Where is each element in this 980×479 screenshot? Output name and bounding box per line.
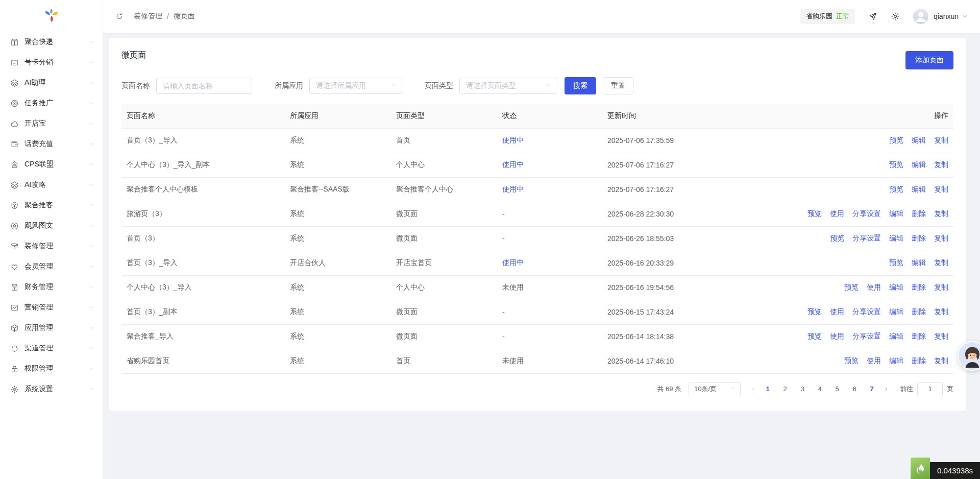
sidebar-item-paint-roller-10[interactable]: 装修管理 [0, 236, 103, 256]
action-use[interactable]: 使用 [830, 209, 844, 218]
action-preview[interactable]: 预览 [844, 356, 859, 365]
sidebar-item-finance-12[interactable]: 财务管理 [0, 277, 103, 297]
action-copy[interactable]: 复制 [934, 283, 948, 291]
action-copy[interactable]: 复制 [934, 234, 948, 242]
action-copy[interactable]: 复制 [934, 185, 948, 193]
chevron-down-icon[interactable] [962, 13, 968, 19]
action-preview[interactable]: 预览 [889, 136, 903, 144]
action-preview[interactable]: 预览 [844, 283, 859, 291]
page-number-1[interactable]: 1 [761, 382, 775, 396]
goto-page-input[interactable] [917, 382, 943, 396]
cell-type: 微页面 [391, 226, 497, 251]
action-preview[interactable]: 预览 [889, 258, 903, 267]
pagination: 共 69 条 10条/页 1234567 前往 页 [121, 382, 953, 396]
action-use[interactable]: 使用 [830, 332, 844, 340]
action-share-settings[interactable]: 分享设置 [852, 209, 881, 218]
action-preview[interactable]: 预览 [807, 307, 822, 316]
page-number-2[interactable]: 2 [778, 382, 792, 396]
page-number-3[interactable]: 3 [795, 382, 810, 396]
action-preview[interactable]: 预览 [889, 160, 903, 169]
type-select[interactable]: 请选择页面类型 [459, 78, 556, 94]
sidebar-item-layers-2[interactable]: AI助理 [0, 73, 103, 93]
cell-status: - [497, 300, 602, 324]
action-edit[interactable]: 编辑 [912, 160, 926, 169]
chevron-down-icon [88, 100, 94, 106]
sidebar-item-target-3[interactable]: 任务推广 [0, 93, 103, 113]
cell-time: 2025-07-06 17:16:27 [602, 153, 770, 177]
action-delete[interactable]: 删除 [912, 356, 926, 365]
tenant-badge[interactable]: 省购乐园 正常 [800, 9, 855, 24]
sidebar-item-chart-13[interactable]: 营销管理 [0, 297, 103, 318]
action-preview[interactable]: 预览 [830, 234, 844, 242]
sidebar-item-cloud-4[interactable]: 开店宝 [0, 113, 103, 134]
sidebar-item-badge-star-6[interactable]: CPS联盟 [0, 154, 103, 175]
action-copy[interactable]: 复制 [934, 160, 948, 169]
action-edit[interactable]: 编辑 [889, 356, 903, 365]
action-copy[interactable]: 复制 [934, 307, 948, 316]
rocket-icon[interactable] [868, 12, 877, 21]
reset-button[interactable]: 重置 [603, 77, 633, 94]
action-use[interactable]: 使用 [830, 307, 844, 316]
page-size-select[interactable]: 10条/页 [689, 382, 741, 396]
app-select[interactable]: 请选择所属应用 [309, 78, 402, 94]
breadcrumb-section[interactable]: 装修管理 [134, 12, 162, 21]
action-edit[interactable]: 编辑 [889, 283, 903, 291]
action-preview[interactable]: 预览 [807, 209, 822, 218]
action-share-settings[interactable]: 分享设置 [852, 307, 881, 316]
action-copy[interactable]: 复制 [934, 356, 948, 365]
action-delete[interactable]: 删除 [912, 332, 926, 340]
sidebar-item-heart-11[interactable]: 会员管理 [0, 256, 103, 277]
action-copy[interactable]: 复制 [934, 258, 948, 267]
debug-toolbar[interactable]: 0.043938s [911, 458, 980, 479]
sidebar-item-package-0[interactable]: 聚合快递 [0, 32, 103, 52]
table-row: 首页（3）_导入 系统 首页 使用中 2025-07-06 17:35:59 预… [121, 128, 953, 153]
action-copy[interactable]: 复制 [934, 136, 948, 144]
chevron-down-icon [88, 304, 94, 310]
action-copy[interactable]: 复制 [934, 332, 948, 340]
search-button[interactable]: 搜索 [565, 77, 596, 94]
action-use[interactable]: 使用 [867, 356, 881, 365]
page-name-input[interactable] [156, 78, 252, 94]
page-number-7[interactable]: 7 [865, 382, 879, 396]
action-edit[interactable]: 编辑 [889, 332, 903, 340]
sidebar-item-layers-7[interactable]: AI攻略 [0, 175, 103, 195]
gear-icon[interactable] [891, 12, 900, 21]
action-delete[interactable]: 删除 [912, 307, 926, 316]
action-preview[interactable]: 预览 [807, 332, 822, 340]
page-number-6[interactable]: 6 [847, 382, 862, 396]
prev-page-button[interactable] [748, 386, 759, 392]
action-delete[interactable]: 删除 [912, 283, 926, 291]
action-share-settings[interactable]: 分享设置 [852, 332, 881, 340]
action-edit[interactable]: 编辑 [889, 209, 903, 218]
action-edit[interactable]: 编辑 [889, 234, 903, 242]
action-edit[interactable]: 编辑 [912, 136, 926, 144]
add-page-button[interactable]: 添加页面 [905, 51, 953, 69]
action-edit[interactable]: 编辑 [912, 185, 926, 193]
sidebar-item-channel-15[interactable]: 渠道管理 [0, 338, 103, 358]
user-avatar[interactable] [913, 9, 928, 24]
sidebar-item-lock-16[interactable]: 权限管理 [0, 358, 103, 379]
sidebar-item-star-circle-9[interactable]: 飓风图文 [0, 215, 103, 236]
action-edit[interactable]: 编辑 [889, 307, 903, 316]
flame-icon[interactable] [911, 458, 930, 479]
refresh-icon[interactable] [115, 12, 124, 20]
app-logo[interactable] [0, 0, 103, 32]
chevron-down-icon [88, 325, 94, 331]
action-copy[interactable]: 复制 [934, 209, 948, 218]
page-number-5[interactable]: 5 [830, 382, 844, 396]
action-share-settings[interactable]: 分享设置 [852, 234, 881, 242]
next-page-button[interactable] [880, 386, 892, 392]
action-edit[interactable]: 编辑 [912, 258, 926, 267]
sidebar-item-cube-14[interactable]: 应用管理 [0, 318, 103, 338]
sidebar-item-shield-yen-8[interactable]: 聚合推客 [0, 195, 103, 215]
action-delete[interactable]: 删除 [912, 209, 926, 218]
sidebar-item-sim-card-1[interactable]: 号卡分销 [0, 52, 103, 73]
action-delete[interactable]: 删除 [912, 234, 926, 242]
page-number-4[interactable]: 4 [813, 382, 827, 396]
sidebar-item-wallet-5[interactable]: 话费充值 [0, 134, 103, 154]
username[interactable]: qianxun [934, 12, 959, 20]
sidebar-item-gear-17[interactable]: 系统设置 [0, 379, 103, 399]
table-row: 省购乐园首页 系统 首页 未使用 2025-06-14 17:46:10 预览使… [121, 349, 953, 373]
action-preview[interactable]: 预览 [889, 185, 903, 193]
action-use[interactable]: 使用 [867, 283, 881, 291]
